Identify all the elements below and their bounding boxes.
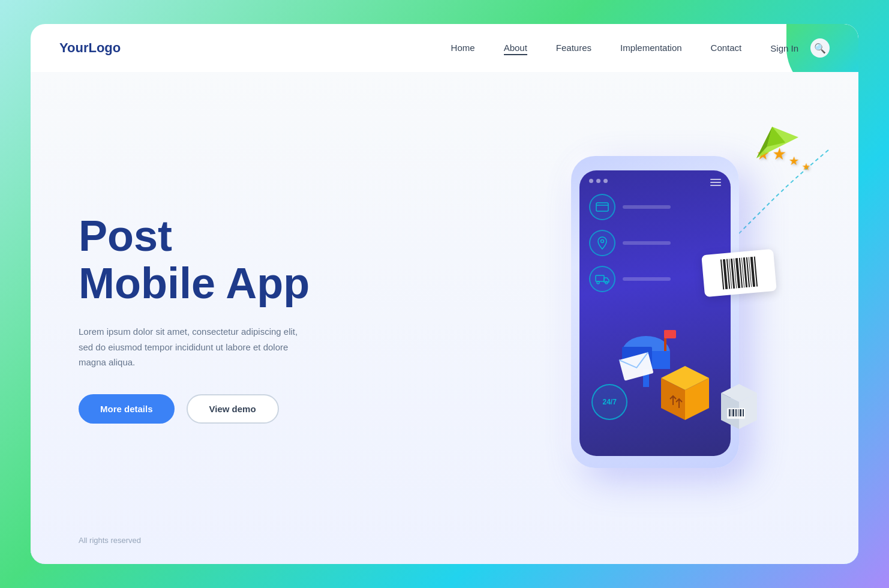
svg-point-8 bbox=[597, 281, 599, 284]
nav-item-home[interactable]: Home bbox=[451, 43, 475, 53]
phone-dots bbox=[579, 170, 731, 188]
nav-item-about[interactable]: About bbox=[504, 43, 527, 53]
search-icon[interactable]: 🔍 bbox=[810, 38, 830, 58]
nav-item-features[interactable]: Features bbox=[556, 43, 591, 53]
svg-rect-32 bbox=[743, 409, 744, 416]
more-details-button[interactable]: More details bbox=[79, 394, 175, 424]
phone-dot-3 bbox=[603, 179, 608, 183]
signin-button[interactable]: Sign In bbox=[770, 43, 798, 53]
hamburger-icon bbox=[710, 179, 721, 186]
phone-dot-2 bbox=[596, 179, 600, 183]
paper-plane bbox=[756, 126, 798, 161]
phone-container: 24/7 → bbox=[571, 156, 739, 468]
nav-item-contact[interactable]: Contact bbox=[711, 43, 742, 53]
small-package-icon bbox=[715, 378, 763, 432]
copyright: All rights reserved bbox=[79, 536, 141, 545]
app-icon-delivery bbox=[589, 266, 721, 292]
hero-title-line2: Mobile App bbox=[79, 259, 310, 307]
main-content: Post Mobile App Lorem ipsum dolor sit am… bbox=[31, 72, 858, 564]
svg-rect-29 bbox=[735, 409, 737, 416]
card-icon bbox=[589, 194, 615, 220]
barcode bbox=[701, 249, 777, 297]
svg-point-6 bbox=[601, 240, 604, 243]
navbar: YourLogo Home About Features Implementat… bbox=[31, 24, 858, 72]
paper-plane-icon bbox=[756, 126, 798, 159]
nav-right: Sign In 🔍 bbox=[770, 38, 830, 58]
delivery-icon bbox=[589, 266, 615, 292]
nav-link-features[interactable]: Features bbox=[556, 43, 591, 53]
svg-rect-28 bbox=[732, 409, 734, 416]
package bbox=[649, 360, 721, 420]
location-label bbox=[623, 241, 671, 245]
right-side: ★ ★ ★ ★ bbox=[428, 72, 858, 564]
nav-link-home[interactable]: Home bbox=[451, 43, 475, 53]
phone-dot-1 bbox=[589, 179, 593, 183]
logo: YourLogo bbox=[59, 40, 121, 56]
app-icon-location bbox=[589, 230, 721, 256]
star-4: ★ bbox=[801, 161, 810, 173]
card-label bbox=[623, 205, 671, 209]
hero-title: Post Mobile App bbox=[79, 212, 428, 307]
location-icon bbox=[589, 230, 615, 256]
hero-description: Lorem ipsum dolor sit amet, consectetur … bbox=[79, 324, 307, 370]
app-icon-card bbox=[589, 194, 721, 220]
nav-link-contact[interactable]: Contact bbox=[711, 43, 742, 53]
svg-rect-7 bbox=[596, 275, 604, 281]
nav-link-about[interactable]: About bbox=[504, 43, 527, 55]
svg-rect-31 bbox=[740, 409, 741, 416]
page-container: YourLogo Home About Features Implementat… bbox=[31, 24, 858, 564]
left-side: Post Mobile App Lorem ipsum dolor sit am… bbox=[31, 72, 428, 564]
view-demo-button[interactable]: View demo bbox=[187, 394, 279, 424]
btn-group: More details View demo bbox=[79, 394, 428, 424]
svg-rect-4 bbox=[596, 203, 608, 211]
svg-rect-26 bbox=[729, 409, 730, 416]
nav-item-implementation[interactable]: Implementation bbox=[620, 43, 682, 53]
delivery-label bbox=[623, 277, 671, 281]
package-icon bbox=[649, 360, 721, 420]
small-package bbox=[715, 378, 763, 432]
nav-link-implementation[interactable]: Implementation bbox=[620, 43, 682, 53]
svg-point-9 bbox=[605, 281, 608, 284]
hero-title-line1: Post bbox=[79, 212, 172, 260]
svg-rect-14 bbox=[664, 330, 676, 338]
svg-rect-30 bbox=[738, 409, 738, 416]
svg-rect-27 bbox=[731, 409, 731, 416]
nav-links: Home About Features Implementation Conta… bbox=[451, 43, 742, 53]
barcode-lines bbox=[715, 251, 762, 295]
